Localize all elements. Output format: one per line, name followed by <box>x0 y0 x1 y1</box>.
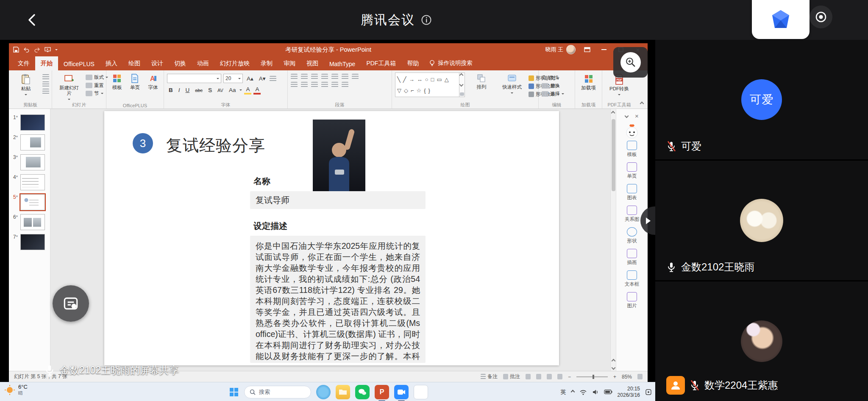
battery-icon[interactable] <box>604 390 612 394</box>
comments-toggle[interactable]: 批注 <box>503 373 520 380</box>
font-name-select[interactable] <box>167 74 221 83</box>
reading-view-icon[interactable] <box>547 374 552 379</box>
copy-icon[interactable] <box>42 81 49 87</box>
shape-diamond-icon[interactable]: ◇ <box>404 87 408 94</box>
zoom-slider[interactable] <box>576 376 608 377</box>
tab-help[interactable]: 帮助 <box>401 56 424 70</box>
bullets-icon[interactable] <box>291 74 298 79</box>
notes-toggle[interactable]: 备注 <box>481 373 498 380</box>
zoom-slider-knob[interactable] <box>593 375 594 379</box>
grow-font-button[interactable]: A▴ <box>245 75 255 82</box>
wechat-app-icon[interactable] <box>355 385 370 399</box>
paste-button[interactable]: 粘贴 <box>12 72 40 98</box>
arrange-button[interactable]: 排列 <box>467 72 495 91</box>
start-button-icon[interactable] <box>229 387 239 397</box>
panel-item-textbox[interactable]: 文本框 <box>625 270 640 287</box>
current-slide[interactable]: 3 复试经验分享 名称 复试导师 设定描述 你是 <box>104 111 559 365</box>
slide-thumbnail[interactable] <box>20 114 45 131</box>
save-icon[interactable] <box>13 47 19 53</box>
slide-thumbnail[interactable] <box>20 174 45 190</box>
participant-tile-1[interactable]: 可爱 可爱 <box>655 40 868 159</box>
panel-item-relation[interactable]: 关系图 <box>625 206 640 223</box>
tab-view[interactable]: 视图 <box>301 56 324 70</box>
columns-icon[interactable] <box>331 82 338 87</box>
layout-button[interactable]: 版式 <box>86 74 108 81</box>
shrink-font-button[interactable]: A▾ <box>257 75 267 82</box>
slide-thumb-2[interactable]: 2* <box>13 134 48 150</box>
previous-slide-icon[interactable] <box>611 359 615 363</box>
addins-button[interactable]: 加载项 <box>575 72 603 92</box>
shape-brace-right-icon[interactable]: } <box>428 87 430 94</box>
taskbar-clock[interactable]: 20:15 2026/3/16 <box>618 386 640 398</box>
shape-line-icon[interactable]: ╲ <box>397 76 401 83</box>
bold-button[interactable]: B <box>167 86 175 94</box>
panel-item-illustration[interactable]: 插画 <box>627 249 637 266</box>
shapes-gallery-scroll[interactable] <box>459 72 465 97</box>
section-button[interactable]: 节 <box>86 90 108 97</box>
shapes-more-icon[interactable] <box>460 92 464 96</box>
indent-decrease-icon[interactable] <box>311 74 318 79</box>
share-zoom-button[interactable] <box>613 47 648 78</box>
tab-mathtype[interactable]: MathType <box>324 57 361 70</box>
meeting-app-icon[interactable] <box>394 385 409 399</box>
normal-view-icon[interactable] <box>526 374 531 379</box>
justify-icon[interactable] <box>321 82 328 87</box>
panel-item-shapes[interactable]: 形状 <box>627 227 637 244</box>
notification-center-icon[interactable] <box>645 389 652 395</box>
tab-transitions[interactable]: 切换 <box>169 56 192 70</box>
find-button[interactable]: 查找 <box>542 75 564 81</box>
text-shadow-button[interactable]: S <box>206 86 214 94</box>
slide-thumb-5-selected[interactable]: 5* <box>13 194 48 210</box>
next-slide-icon[interactable] <box>611 366 615 370</box>
format-painter-icon[interactable] <box>42 89 49 94</box>
convert-smartart-icon[interactable] <box>342 82 348 87</box>
char-spacing-button[interactable]: AV <box>216 87 225 93</box>
undo-icon[interactable] <box>23 47 30 53</box>
slide-thumbnail[interactable] <box>20 154 45 170</box>
reset-button[interactable]: 重置 <box>86 82 108 89</box>
slide-thumb-3[interactable]: 3* <box>13 154 48 170</box>
record-indicator-button[interactable] <box>810 6 832 28</box>
underline-button[interactable]: U <box>184 86 192 94</box>
slide-thumbnail[interactable] <box>20 194 45 210</box>
shape-elbow-icon[interactable]: ⌐ <box>411 87 414 94</box>
panel-collapse-icon[interactable] <box>625 114 629 118</box>
strikethrough-button[interactable]: abc <box>193 87 204 93</box>
ime-indicator[interactable]: 英 <box>561 388 566 396</box>
change-case-button[interactable]: Aa <box>227 86 238 94</box>
tell-me-search[interactable]: 操作说明搜索 <box>424 56 477 70</box>
info-icon[interactable] <box>421 14 432 25</box>
shape-brace-left-icon[interactable]: { <box>424 87 426 94</box>
shapes-gallery[interactable]: ╲ ╱ → ↔ ○ □ ▭ △ ▽ ◇ <box>395 72 459 97</box>
slideshow-view-icon[interactable] <box>557 374 562 379</box>
zoom-out-button[interactable]: − <box>568 374 571 380</box>
slide-thumb-6[interactable]: 6* <box>13 214 48 230</box>
slide-thumb-4[interactable]: 4* <box>13 174 48 190</box>
taskbar-weather-widget[interactable]: 6°C 晴 <box>4 384 28 396</box>
minimize-button[interactable] <box>598 45 609 54</box>
tab-insert[interactable]: 插入 <box>100 56 123 70</box>
new-slide-button[interactable]: 新建幻灯片 <box>55 72 83 103</box>
tab-officeplus[interactable]: OfficePLUS <box>58 57 100 70</box>
taskbar-app-icon[interactable] <box>414 385 428 399</box>
tab-record[interactable]: 录制 <box>255 56 278 70</box>
meeting-controls-floating-button[interactable] <box>53 285 89 322</box>
taskbar-search[interactable]: 搜索 <box>244 386 311 398</box>
panel-item-template[interactable]: 模板 <box>627 141 637 158</box>
slideshow-start-icon[interactable] <box>45 47 51 53</box>
slide-sorter-view-icon[interactable] <box>536 374 541 379</box>
officeplus-font-button[interactable]: A 字体 <box>146 72 160 92</box>
shape-oval-icon[interactable]: ○ <box>425 76 428 83</box>
cut-icon[interactable] <box>42 74 49 80</box>
participant-tile-3[interactable]: 数学2204王紫惠 <box>655 281 868 401</box>
shape-triangle-icon[interactable]: △ <box>445 76 449 83</box>
shape-star-icon[interactable]: ☆ <box>417 87 422 94</box>
slide-thumb-1[interactable]: 1* <box>13 114 48 131</box>
assistant-mascot-icon[interactable] <box>623 124 640 139</box>
slide-thumb-7[interactable]: 7* <box>13 234 48 250</box>
ribbon-display-options-icon[interactable] <box>581 45 593 54</box>
scroll-up-icon[interactable] <box>611 111 615 115</box>
line-spacing-icon[interactable] <box>331 74 338 79</box>
indent-increase-icon[interactable] <box>321 74 328 79</box>
powerpoint-app-icon[interactable]: P <box>375 385 389 399</box>
